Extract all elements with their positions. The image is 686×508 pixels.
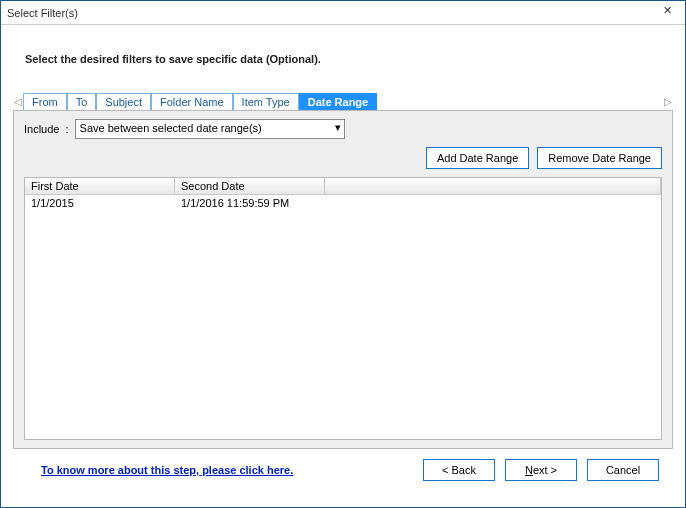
close-icon[interactable]: ✕ — [655, 4, 679, 22]
tabs-container: From To Subject Folder Name Item Type Da… — [23, 93, 673, 110]
col-header-first-date[interactable]: First Date — [25, 178, 175, 194]
remove-date-range-button[interactable]: Remove Date Range — [537, 147, 662, 169]
grid-header: First Date Second Date — [25, 178, 661, 195]
titlebar: Select Filter(s) ✕ — [1, 1, 685, 25]
filter-panel: Include : Save between selected date ran… — [13, 110, 673, 449]
footer-buttons: < Back Next > Cancel — [423, 459, 659, 481]
include-label: Include — [24, 123, 59, 135]
tab-from[interactable]: From — [23, 93, 67, 110]
col-header-spacer — [325, 178, 661, 194]
add-date-range-button[interactable]: Add Date Range — [426, 147, 529, 169]
include-select[interactable]: Save between selected date range(s) — [75, 119, 345, 139]
window-title: Select Filter(s) — [7, 7, 78, 19]
next-accel: N — [525, 464, 533, 476]
tab-to[interactable]: To — [67, 93, 97, 110]
dialog-window: Select Filter(s) ✕ Select the desired fi… — [0, 0, 686, 508]
cell-first-date: 1/1/2015 — [25, 195, 175, 211]
include-select-wrap[interactable]: Save between selected date range(s) ▾ — [75, 119, 345, 139]
cancel-button[interactable]: Cancel — [587, 459, 659, 481]
tab-folder-name[interactable]: Folder Name — [151, 93, 233, 110]
range-button-row: Add Date Range Remove Date Range — [24, 147, 662, 169]
next-button[interactable]: Next > — [505, 459, 577, 481]
tab-item-type[interactable]: Item Type — [233, 93, 299, 110]
table-row[interactable]: 1/1/2015 1/1/2016 11:59:59 PM — [25, 195, 661, 211]
back-button[interactable]: < Back — [423, 459, 495, 481]
cell-second-date: 1/1/2016 11:59:59 PM — [175, 195, 325, 211]
footer: To know more about this step, please cli… — [13, 449, 673, 495]
grid-body: 1/1/2015 1/1/2016 11:59:59 PM — [25, 195, 661, 439]
colon: : — [65, 123, 68, 135]
instruction-text: Select the desired filters to save speci… — [25, 53, 673, 65]
col-header-second-date[interactable]: Second Date — [175, 178, 325, 194]
tab-subject[interactable]: Subject — [96, 93, 151, 110]
date-range-grid: First Date Second Date 1/1/2015 1/1/2016… — [24, 177, 662, 440]
content-area: Select the desired filters to save speci… — [1, 25, 685, 507]
tab-scroll-right-icon[interactable]: ▷ — [663, 96, 673, 107]
help-link[interactable]: To know more about this step, please cli… — [41, 464, 293, 476]
tab-scroll-left-icon[interactable]: ◁ — [13, 96, 23, 107]
next-suffix: ext > — [533, 464, 557, 476]
tab-date-range[interactable]: Date Range — [299, 93, 378, 110]
cell-spacer — [325, 195, 661, 211]
tab-strip: ◁ From To Subject Folder Name Item Type … — [13, 93, 673, 110]
include-row: Include : Save between selected date ran… — [24, 119, 662, 139]
